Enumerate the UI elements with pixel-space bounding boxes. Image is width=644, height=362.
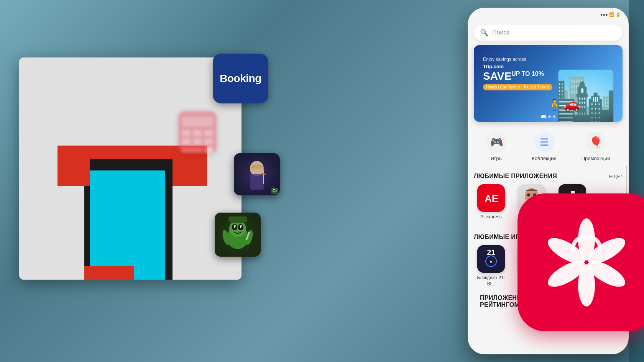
favorite-apps-title: ЛЮБИМЫЕ ПРИЛОЖЕНИЯ: [474, 173, 557, 180]
svg-text:♠: ♠: [490, 259, 493, 264]
banner-dot-3: [553, 115, 555, 118]
fantasy-game-card[interactable]: Gt: [234, 153, 280, 195]
svg-point-28: [235, 226, 236, 228]
svg-rect-10: [204, 130, 213, 136]
svg-text:AE: AE: [485, 193, 498, 204]
promos-label: Промоакции: [582, 156, 610, 161]
t-logo-card-main[interactable]: [19, 57, 242, 280]
banner-car: 🚗: [564, 97, 580, 112]
more-chevron-icon: ›: [621, 174, 623, 179]
category-collections[interactable]: ☰ Коллекции: [532, 132, 557, 161]
svg-rect-9: [193, 130, 202, 136]
banner-person: 🧍: [548, 98, 561, 111]
svg-rect-20: [261, 174, 266, 175]
svg-rect-12: [193, 139, 202, 144]
banner-dot-1: [541, 115, 546, 118]
blackjack-icon: 21 ♠: [477, 245, 505, 273]
svg-rect-19: [263, 170, 264, 184]
categories: 🎮 Игры ☰ Коллекции 🎈 Промоакции: [474, 128, 623, 165]
calculator-card: [178, 111, 217, 153]
svg-rect-34: [228, 216, 247, 222]
search-bar[interactable]: 🔍 Поиск: [474, 25, 623, 41]
banner-dots: [541, 115, 555, 118]
games-label: Игры: [491, 156, 503, 161]
promos-icon: 🎈: [585, 132, 606, 152]
huawei-appgallery-icon[interactable]: [518, 193, 644, 331]
banner-content: Enjoy savings across Trip.com SAVEUP TO …: [483, 57, 552, 90]
svg-rect-14: [182, 147, 202, 153]
alien-game-card[interactable]: [215, 213, 261, 257]
svg-rect-18: [250, 174, 264, 190]
svg-rect-8: [182, 130, 191, 136]
banner-sub-text: Hotels | Car Rentals | Tours & Tickets: [483, 84, 552, 90]
svg-point-29: [241, 226, 242, 228]
left-section: Booking: [0, 0, 468, 362]
svg-rect-5: [58, 146, 90, 186]
svg-rect-4: [84, 266, 134, 280]
banner-site: Trip.com: [483, 64, 552, 69]
banner-small-text: Enjoy savings across: [483, 57, 552, 62]
collections-icon: ☰: [534, 132, 555, 152]
category-promos[interactable]: 🎈 Промоакции: [582, 132, 610, 161]
banner[interactable]: Enjoy savings across Trip.com SAVEUP TO …: [474, 45, 623, 122]
booking-card[interactable]: Booking: [213, 54, 268, 103]
app-aliexpress[interactable]: AE Aliexpress: [474, 184, 508, 226]
category-games[interactable]: 🎮 Игры: [486, 132, 507, 161]
svg-rect-15: [204, 147, 213, 153]
search-placeholder: Поиск: [492, 29, 509, 36]
banner-dot-2: [548, 115, 551, 118]
blackjack-label: Блэкджек 21: Bl...: [476, 275, 506, 287]
svg-text:21: 21: [487, 248, 495, 257]
svg-rect-3: [90, 170, 165, 280]
aliexpress-label: Aliexpress: [480, 214, 501, 220]
svg-rect-11: [182, 139, 191, 144]
game-blackjack[interactable]: 21 ♠ Блэкджек 21: Bl...: [474, 245, 508, 287]
status-bar: ●●● 📶 🔋: [468, 8, 629, 21]
aliexpress-icon: AE: [477, 184, 505, 212]
svg-rect-13: [204, 139, 213, 144]
search-icon: 🔍: [480, 28, 488, 37]
banner-main-text: SAVEUP TO 10%: [483, 71, 552, 82]
games-icon: 🎮: [486, 132, 507, 152]
svg-rect-7: [182, 117, 213, 126]
svg-point-39: [527, 193, 530, 197]
collections-label: Коллекции: [532, 156, 557, 161]
booking-label: Booking: [220, 72, 261, 85]
gt-badge: Gt: [271, 188, 278, 194]
phone-scrollbar[interactable]: [626, 166, 627, 197]
favorite-apps-header: ЛЮБИМЫЕ ПРИЛОЖЕНИЯ ЕЩЁ ›: [474, 173, 623, 180]
favorite-apps-more[interactable]: ЕЩЁ ›: [609, 174, 623, 179]
